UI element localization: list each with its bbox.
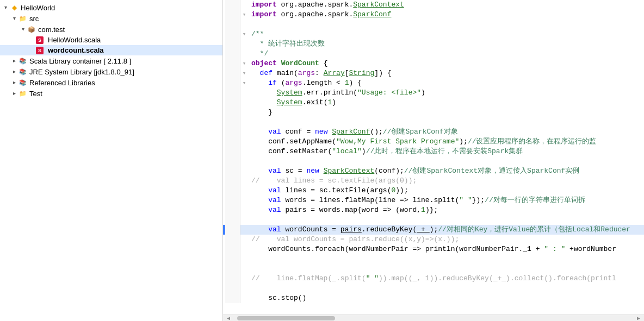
label-wordcount-scala: wordcount.scala bbox=[48, 46, 104, 54]
tree-item-helloworld[interactable]: ◆ HelloWorld bbox=[0, 2, 222, 13]
src-icon: 📁 bbox=[18, 14, 27, 23]
tree-item-src[interactable]: 📁 src bbox=[0, 13, 222, 24]
code-line-javadoc-close: */ bbox=[223, 49, 644, 59]
test-icon: 📁 bbox=[18, 89, 27, 98]
code-line-system-exit: System.exit(1) bbox=[223, 98, 644, 108]
gutter-1 bbox=[225, 0, 240, 10]
code-line-blank4 bbox=[223, 215, 644, 225]
tree-item-test[interactable]: 📁 Test bbox=[0, 88, 222, 99]
scroll-left-arrow[interactable]: ◀ bbox=[225, 315, 232, 322]
code-line-blank7 bbox=[223, 284, 644, 293]
code-content-area[interactable]: import org.apache.spark.SparkContext ▾ i… bbox=[223, 0, 644, 314]
file-tree[interactable]: ◆ HelloWorld 📁 src 📦 com.test S HelloWor… bbox=[0, 0, 223, 321]
code-line-blank3 bbox=[223, 156, 644, 166]
label-com-test: com.test bbox=[38, 26, 65, 34]
tree-item-referenced-libraries[interactable]: 📚 Referenced Libraries bbox=[0, 77, 222, 88]
code-line-javadoc-open: ▾ /** bbox=[223, 29, 644, 39]
arrow-helloworld bbox=[2, 4, 9, 11]
scala-file-icon2: S bbox=[36, 47, 44, 54]
code-editor: import org.apache.spark.SparkContext ▾ i… bbox=[223, 0, 644, 321]
tree-item-com-test[interactable]: 📦 com.test bbox=[0, 24, 222, 35]
arrow-com-test bbox=[20, 26, 26, 33]
gutter-2 bbox=[225, 10, 240, 20]
code-line-val-words: val words = lines.flatMap(line => line.s… bbox=[223, 196, 644, 205]
label-jre: JRE System Library [jdk1.8.0_91] bbox=[29, 68, 134, 76]
code-line-2: ▾ import org.apache.spark.SparkConf bbox=[223, 10, 644, 20]
code-line-setappname: conf.setAppName("Wow,My First Spark Prog… bbox=[223, 137, 644, 147]
scala-file-icon: S bbox=[36, 36, 44, 44]
code-line-val-conf: val conf = new SparkConf();//创建SparkConf… bbox=[223, 127, 644, 137]
code-line-def-main: ▾ def main(args: Array[String]) { bbox=[223, 68, 644, 78]
tree-item-helloworld-scala[interactable]: S HelloWorld.scala bbox=[0, 35, 222, 45]
horizontal-scrollbar[interactable]: ◀ ▶ bbox=[223, 314, 644, 321]
tree-item-wordcount-scala[interactable]: S wordcount.scala bbox=[0, 45, 222, 55]
fold-2[interactable]: ▾ bbox=[240, 10, 248, 20]
fold-1[interactable] bbox=[240, 0, 248, 10]
jre-icon: 📚 bbox=[18, 67, 27, 76]
code-line-foreach: wordCounts.foreach(wordNumberPair => pri… bbox=[223, 244, 644, 254]
code-line-val-sc: val sc = new SparkContext(conf);//创建Spar… bbox=[223, 166, 644, 176]
arrow-src bbox=[11, 15, 17, 22]
code-line-blank2 bbox=[223, 117, 644, 127]
arrow-jre bbox=[11, 68, 17, 75]
project-icon: ◆ bbox=[10, 3, 18, 12]
code-line-close-if: } bbox=[223, 108, 644, 117]
code-line-val-lines: val lines = sc.textFile(args(0)); bbox=[223, 186, 644, 196]
label-helloworld-scala: HelloWorld.scala bbox=[48, 36, 101, 44]
code-line-commented-lines: // val lines = sc.textFile(args(0)); bbox=[223, 176, 644, 186]
library-icon: 📚 bbox=[18, 56, 27, 65]
code-line-setmaster: conf.setMaster("local")//此时，程序在本地运行，不需要安… bbox=[223, 147, 644, 156]
reflib-icon: 📚 bbox=[18, 78, 27, 87]
tree-item-jre[interactable]: 📚 JRE System Library [jdk1.8.0_91] bbox=[0, 66, 222, 77]
code-line-val-pairs: val pairs = words.map{word => (word,1)}; bbox=[223, 205, 644, 215]
scroll-right-arrow[interactable]: ▶ bbox=[635, 315, 642, 322]
line-content-1: import org.apache.spark.SparkContext bbox=[248, 0, 644, 10]
package-icon: 📦 bbox=[27, 25, 36, 34]
code-line-javadoc-comment: * 统计字符出现次数 bbox=[223, 39, 644, 49]
code-line-sc-stop: sc.stop() bbox=[223, 293, 644, 303]
scrollbar-thumb[interactable] bbox=[237, 316, 335, 320]
code-line-object: ▾ object WordCount { bbox=[223, 59, 644, 68]
code-line-blank5 bbox=[223, 254, 644, 264]
tree-item-scala-library[interactable]: 📚 Scala Library container [ 2.11.8 ] bbox=[0, 55, 222, 66]
code-line-blank1 bbox=[223, 20, 644, 29]
arrow-ref-libs bbox=[11, 79, 17, 86]
code-line-blank6 bbox=[223, 264, 644, 274]
code-line-commented-wordcounts: // val wordCounts = pairs.reduce((x,y)=>… bbox=[223, 235, 644, 244]
line-content-2: import org.apache.spark.SparkConf bbox=[248, 10, 644, 20]
arrow-test bbox=[11, 90, 17, 97]
label-helloworld: HelloWorld bbox=[21, 4, 55, 12]
label-test: Test bbox=[29, 90, 42, 98]
arrow-scala-lib bbox=[11, 58, 17, 64]
label-src: src bbox=[29, 15, 39, 23]
code-line-1: import org.apache.spark.SparkContext bbox=[223, 0, 644, 10]
code-line-system-err: System.err.println("Usage: <file>") bbox=[223, 88, 644, 98]
code-line-wordcounts: val wordCounts = pairs.reduceByKey(_+_);… bbox=[223, 225, 644, 235]
code-line-if: ▾ if (args.length < 1) { bbox=[223, 78, 644, 88]
code-line-flatmap-commented: // line.flatMap(_.split(" ")).map((_, 1)… bbox=[223, 274, 644, 284]
label-referenced-libraries: Referenced Libraries bbox=[29, 79, 95, 87]
label-scala-library: Scala Library container [ 2.11.8 ] bbox=[29, 57, 131, 65]
